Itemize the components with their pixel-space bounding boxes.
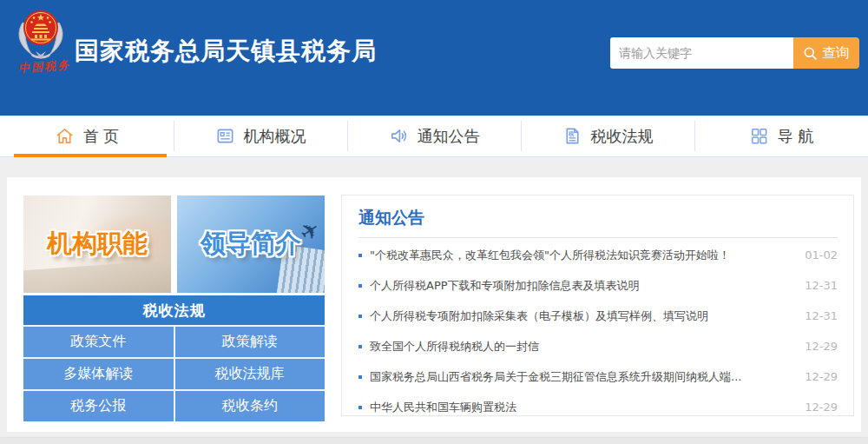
document-icon [215, 126, 235, 146]
footer-strip [0, 437, 868, 444]
notice-item[interactable]: "个税改革惠民众，改革红包我会领"个人所得税法知识竞赛活动开始啦！ 01-02 [358, 240, 838, 270]
notice-text: 国家税务总局山西省税务局关于金税三期征管信息系统升级期间纳税人端... [370, 369, 805, 385]
tax-law-box: 税收法规 政策文件 政策解读 多媒体解读 税收法规库 税务公报 税收条约 [23, 295, 325, 421]
home-icon [55, 126, 75, 146]
main-nav: 首 页 机构概况 通知公告 税 [0, 116, 868, 157]
law-link-policy-interpretation[interactable]: 政策解读 [175, 327, 326, 357]
logo-caption: 中国税务 [13, 57, 75, 77]
notice-item[interactable]: 致全国个人所得税纳税人的一封信 12-29 [358, 331, 838, 361]
tab-label: 首 页 [83, 126, 120, 147]
tax-emblem-icon [14, 5, 68, 61]
tax-emblem-logo: 中国税务 [14, 5, 75, 75]
bullet-icon [358, 345, 362, 348]
speaker-icon [389, 126, 409, 146]
law-link-policy-documents[interactable]: 政策文件 [23, 327, 174, 357]
law-link-tax-gazette[interactable]: 税务公报 [23, 391, 174, 421]
tax-document-icon: 税 [562, 126, 582, 146]
banner-label: 领导简介 [201, 227, 301, 262]
law-link-multimedia-interpretation[interactable]: 多媒体解读 [23, 359, 174, 389]
tab-label: 通知公告 [418, 126, 480, 147]
page: 中国税务 国家税务总局天镇县税务局 查询 首 页 [0, 0, 868, 444]
notices-title: 通知公告 [358, 207, 838, 229]
tab-label: 导 航 [778, 126, 814, 147]
search-button-label: 查询 [822, 44, 850, 63]
notice-date: 12-31 [805, 279, 838, 292]
bullet-icon [358, 254, 362, 257]
notices-list: "个税改革惠民众，改革红包我会领"个人所得税法知识竞赛活动开始啦！ 01-02 … [358, 240, 838, 422]
tax-law-grid: 政策文件 政策解读 多媒体解读 税收法规库 税务公报 税收条约 [23, 325, 325, 421]
law-link-tax-treaties[interactable]: 税收条约 [175, 391, 326, 421]
notice-date: 12-29 [805, 370, 838, 383]
notice-text: 中华人民共和国车辆购置税法 [370, 400, 805, 415]
search-button[interactable]: 查询 [793, 37, 859, 69]
notice-date: 12-29 [805, 401, 838, 414]
svg-text:税: 税 [567, 130, 574, 137]
notice-text: 个人所得税APP下载和专项附加扣除信息表及填表说明 [370, 278, 805, 294]
bullet-icon [358, 375, 362, 379]
tab-notices[interactable]: 通知公告 [347, 116, 521, 156]
search-input[interactable] [610, 37, 793, 69]
notice-item[interactable]: 中华人民共和国车辆购置税法 12-29 [358, 392, 838, 422]
notices-divider [358, 237, 838, 238]
notice-date: 12-31 [805, 309, 838, 322]
banner-row: 机构职能 ✈ 领导简介 [23, 195, 325, 293]
tab-home[interactable]: 首 页 [0, 116, 174, 156]
notice-text: 致全国个人所得税纳税人的一封信 [370, 339, 805, 355]
notice-date: 12-29 [805, 340, 838, 353]
banner-label: 机构职能 [47, 227, 148, 262]
notice-item[interactable]: 个人所得税APP下载和专项附加扣除信息表及填表说明 12-31 [358, 270, 838, 301]
law-link-tax-law-library[interactable]: 税收法规库 [175, 359, 326, 389]
site-title: 国家税务总局天镇县税务局 [75, 35, 377, 68]
tab-label: 税收法规 [591, 126, 654, 147]
notice-item[interactable]: 个人所得税专项附加扣除采集表（电子模板）及填写样例、填写说明 12-31 [358, 301, 838, 331]
tax-law-box-title: 税收法规 [23, 295, 325, 325]
notice-item[interactable]: 国家税务总局山西省税务局关于金税三期征管信息系统升级期间纳税人端... 12-2… [358, 361, 838, 392]
grid-icon [749, 126, 769, 146]
banner-leadership-profile[interactable]: ✈ 领导简介 [177, 195, 325, 293]
tab-agency-overview[interactable]: 机构概况 [174, 116, 347, 156]
search-icon [803, 46, 818, 61]
notice-text: 个人所得税专项附加扣除采集表（电子模板）及填写样例、填写说明 [370, 308, 805, 324]
site-header: 中国税务 国家税务总局天镇县税务局 查询 [0, 0, 868, 116]
bullet-icon [358, 406, 362, 409]
notice-date: 01-02 [805, 249, 838, 262]
bullet-icon [358, 284, 362, 288]
tab-label: 机构概况 [244, 126, 306, 147]
banner-agency-functions[interactable]: 机构职能 [23, 195, 171, 293]
tab-tax-laws[interactable]: 税 税收法规 [521, 116, 694, 156]
notices-panel: 通知公告 "个税改革惠民众，改革红包我会领"个人所得税法知识竞赛活动开始啦！ 0… [341, 195, 854, 416]
search-bar: 查询 [610, 37, 859, 69]
bullet-icon [358, 315, 362, 318]
tab-navigation[interactable]: 导 航 [694, 116, 868, 156]
notice-text: "个税改革惠民众，改革红包我会领"个人所得税法知识竞赛活动开始啦！ [370, 248, 805, 263]
